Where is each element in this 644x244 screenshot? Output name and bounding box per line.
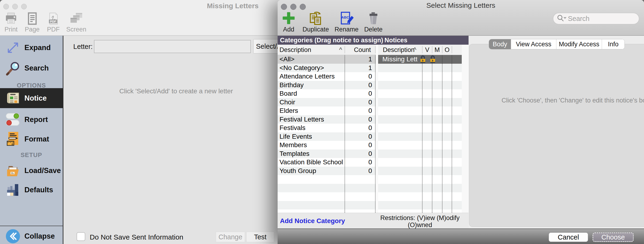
category-row[interactable]: Vacation Bible School Let0 [278, 158, 376, 167]
sidebar-item-expand[interactable]: Expand [0, 39, 63, 57]
category-row[interactable]: Elders0 [278, 107, 376, 115]
tables-footer: Add Notice Category Restrictions: (V)iew… [278, 213, 468, 228]
page-icon [26, 10, 38, 25]
col-modify[interactable]: M [434, 46, 440, 54]
add-button[interactable]: Add [280, 10, 297, 33]
sidebar-item-label: Expand [24, 44, 51, 52]
empty-state-hint: Click 'Select/Add' to create a new lette… [101, 87, 251, 95]
category-row[interactable]: Board0 [278, 89, 376, 98]
category-row[interactable]: Attendance Letters0 [278, 72, 376, 81]
col-description[interactable]: Description [280, 46, 311, 54]
col-view[interactable]: V [425, 46, 429, 54]
category-description: Attendance Letters [278, 73, 345, 80]
column-separator [452, 46, 452, 53]
delete-button[interactable]: Delete [364, 10, 382, 33]
category-count: 0 [345, 81, 376, 89]
notice-icon [5, 90, 21, 107]
sidebar-item-notice[interactable]: Notice [0, 88, 63, 108]
change-button[interactable]: Change [216, 231, 245, 242]
category-row[interactable]: Choir0 [278, 98, 376, 107]
column-separator [375, 46, 376, 53]
report-icon [5, 111, 21, 128]
category-description: <No Category> [278, 64, 345, 72]
notice-row-empty [378, 132, 462, 141]
category-count: 0 [345, 124, 376, 132]
tab-modify-access[interactable]: Modify Access [556, 39, 602, 49]
column-separator [442, 46, 442, 53]
col-owned[interactable]: O [444, 46, 450, 54]
category-row[interactable]: Festivals0 [278, 124, 376, 132]
sidebar-item-collapse[interactable]: Collapse [0, 228, 63, 244]
rename-button[interactable]: ABC Rename [335, 10, 359, 33]
category-description: Life Events [278, 133, 345, 140]
tab-view-access[interactable]: View Access [511, 39, 556, 49]
notice-row-empty [378, 158, 462, 167]
lock-icon [429, 55, 436, 64]
category-count: 0 [345, 99, 376, 106]
notice-row[interactable]: Missing Letter [378, 55, 462, 64]
pdf-button[interactable]: PDF PDF [45, 10, 62, 33]
search-icon [5, 60, 21, 76]
category-row[interactable]: Birthday0 [278, 81, 376, 90]
category-count: 0 [345, 107, 376, 114]
sidebar-item-format[interactable]: Format [0, 130, 63, 149]
notice-row-empty [378, 192, 462, 201]
add-notice-category-link[interactable]: Add Notice Category [280, 213, 345, 229]
tab-bar: BodyView AccessModify AccessInfo [489, 39, 625, 49]
column-separator [344, 46, 345, 53]
sidebar-item-search[interactable]: Search [0, 58, 63, 78]
dialog-toolbar: Add Duplicate [280, 10, 382, 33]
category-row[interactable]: Templates0 [278, 149, 376, 158]
category-count: 0 [345, 133, 376, 140]
col-description[interactable]: Description [383, 46, 414, 54]
column-separator [422, 46, 422, 53]
category-row[interactable]: Members0 [278, 141, 376, 149]
modify-lock-cell[interactable] [428, 55, 438, 64]
category-row[interactable]: Life Events0 [278, 132, 376, 141]
notice-row-empty [378, 89, 462, 98]
duplicate-button[interactable]: Duplicate [302, 10, 329, 33]
category-row[interactable]: Youth Group0 [278, 167, 376, 175]
body-hint: Click 'Choose', then 'Change' to edit th… [469, 97, 644, 104]
sidebar-item-report[interactable]: Report [0, 110, 63, 129]
search-input[interactable]: Search [553, 13, 639, 25]
category-row[interactable]: <All>1 [278, 55, 376, 64]
sidebar-divider [0, 226, 63, 226]
notices-list: Missing Letter [378, 55, 462, 213]
category-row-empty [278, 175, 376, 184]
col-count[interactable]: Count [354, 46, 371, 54]
do-not-save-checkbox[interactable] [76, 232, 85, 241]
rename-label: Rename [335, 26, 359, 33]
category-row-empty [278, 201, 376, 210]
screen-button[interactable]: Screen [66, 10, 86, 33]
pdf-badge-text: PDF [50, 20, 56, 23]
test-button[interactable]: Test [246, 231, 274, 242]
pdf-label: PDF [47, 26, 60, 33]
sidebar-item-defaults[interactable]: Defaults [0, 180, 63, 199]
restrictions-legend: Restrictions: (V)iew (M)odify (O)wned [378, 214, 462, 228]
print-button[interactable]: Print [3, 10, 19, 33]
sort-indicator: ^ [413, 46, 416, 54]
category-count: 0 [345, 73, 376, 80]
category-row[interactable]: <No Category>1 [278, 64, 376, 72]
tab-body[interactable]: Body [489, 39, 511, 49]
view-lock-cell[interactable] [418, 55, 428, 64]
letter-input[interactable] [94, 40, 251, 53]
rename-icon: ABC [340, 10, 354, 25]
category-description: <All> [278, 56, 345, 63]
screen: Missing Letters Print [0, 0, 644, 244]
expand-icon [5, 40, 21, 56]
notice-row-empty [378, 107, 462, 115]
tab-info[interactable]: Info [602, 39, 624, 49]
category-row[interactable]: Festival Letters0 [278, 115, 376, 124]
choose-button[interactable]: Choose [592, 232, 634, 242]
owned-lock-cell[interactable] [438, 55, 448, 64]
page-button[interactable]: Page [24, 10, 40, 33]
notice-row-empty [378, 72, 462, 81]
delete-label: Delete [364, 26, 382, 33]
sidebar-item-load-save[interactable]: Load/Save [0, 161, 63, 180]
notice-row-empty [378, 81, 462, 90]
cancel-button[interactable]: Cancel [549, 232, 588, 242]
folder-icon [5, 162, 21, 179]
add-icon [282, 10, 296, 25]
